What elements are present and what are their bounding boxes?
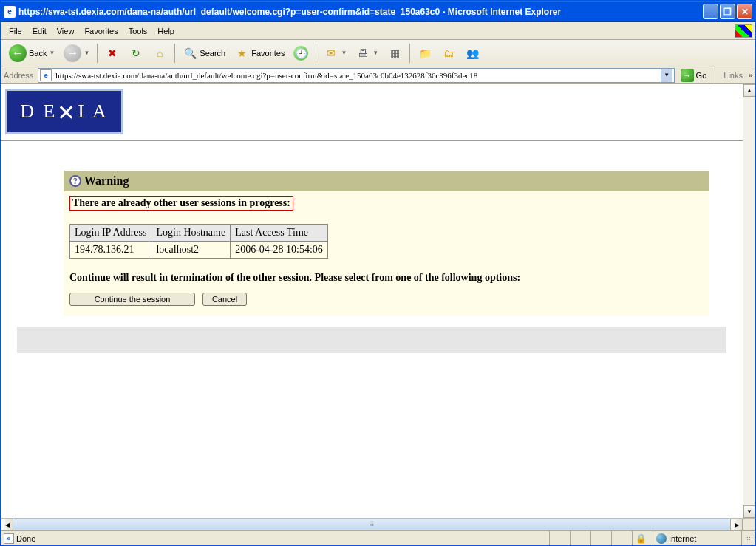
folders-button[interactable]: 🗂 xyxy=(437,44,460,63)
addressbar: Address e ▼ → Go Links » xyxy=(1,66,755,84)
cell-hostname: localhost2 xyxy=(151,242,231,259)
toolbar-separator xyxy=(316,44,316,63)
status-pane-3 xyxy=(591,531,612,545)
messenger-button[interactable]: 👥 xyxy=(461,44,483,63)
close-button[interactable]: ✕ xyxy=(737,4,752,19)
horizontal-scrollbar[interactable]: ◀ ⠿ ▶ xyxy=(1,518,755,530)
print-icon: 🖶 xyxy=(355,46,370,61)
stop-button[interactable]: ✖ xyxy=(101,44,123,63)
print-button[interactable]: 🖶 ▼ xyxy=(352,44,382,63)
resize-grip[interactable] xyxy=(742,531,755,545)
go-icon: → xyxy=(681,69,694,82)
links-chevron-icon[interactable]: » xyxy=(749,72,752,79)
search-icon: 🔍 xyxy=(183,46,197,61)
stop-icon: ✖ xyxy=(105,46,120,61)
continue-button[interactable]: Continue the session xyxy=(69,293,195,306)
content-area: D E ✕ I A ? Warning There are already ot… xyxy=(1,84,755,518)
logo-container: D E ✕ I A xyxy=(1,84,743,139)
warning-panel: ? Warning There are already other user s… xyxy=(64,171,709,316)
vertical-scrollbar[interactable]: ▲ ▼ xyxy=(743,84,755,518)
edit-button[interactable]: ▦ xyxy=(384,44,406,63)
toolbar-separator xyxy=(97,44,98,63)
maximize-button[interactable]: ❐ xyxy=(720,4,735,19)
go-button[interactable]: → Go xyxy=(678,68,710,83)
toolbar-separator xyxy=(409,44,410,63)
scroll-down-button[interactable]: ▼ xyxy=(743,505,755,518)
menu-favorites[interactable]: Favorites xyxy=(79,25,123,37)
divider xyxy=(1,140,743,141)
refresh-button[interactable]: ↻ xyxy=(125,44,147,63)
scroll-track[interactable] xyxy=(743,97,755,505)
browser-window: e https://swa-tst.dexia.com/dana-na/auth… xyxy=(0,0,756,546)
links-label[interactable]: Links xyxy=(721,71,746,80)
status-pane-4 xyxy=(612,531,633,545)
address-label: Address xyxy=(4,71,35,80)
folder-icon: 📁 xyxy=(418,46,432,61)
instruction-text: Continue will result in termination of t… xyxy=(69,272,704,284)
mail-button[interactable]: ✉ ▼ xyxy=(320,44,350,63)
col-time: Last Access Time xyxy=(231,225,328,242)
scroll-right-button[interactable]: ▶ xyxy=(730,519,743,530)
favorites-label: Favorites xyxy=(251,49,285,58)
forward-button[interactable]: → ▼ xyxy=(60,42,93,64)
status-security: 🔒 xyxy=(633,531,653,545)
back-button[interactable]: ← Back ▼ xyxy=(5,42,58,64)
cell-time: 2006-04-28 10:54:06 xyxy=(231,242,328,259)
refresh-icon: ↻ xyxy=(129,46,143,61)
page-icon: e xyxy=(4,533,14,544)
menu-help[interactable]: Help xyxy=(152,25,180,37)
addressbar-separator xyxy=(715,66,715,85)
home-icon: ⌂ xyxy=(152,46,167,61)
address-input-container[interactable]: e ▼ xyxy=(38,68,674,83)
footer-bar xyxy=(17,327,726,353)
scroll-up-button[interactable]: ▲ xyxy=(743,84,755,97)
table-header-row: Login IP Address Login Hostname Last Acc… xyxy=(70,225,328,242)
table-row: 194.78.136.21 localhost2 2006-04-28 10:5… xyxy=(70,242,328,259)
search-button[interactable]: 🔍 Search xyxy=(179,44,229,63)
page: D E ✕ I A ? Warning There are already ot… xyxy=(1,84,755,518)
go-label: Go xyxy=(696,71,707,80)
star-icon: ★ xyxy=(234,46,249,61)
status-pane-2 xyxy=(571,531,591,545)
cancel-button[interactable]: Cancel xyxy=(202,293,247,306)
minimize-button[interactable]: _ xyxy=(703,4,718,19)
status-zone: Internet xyxy=(653,531,742,545)
col-hostname: Login Hostname xyxy=(151,225,231,242)
menu-file[interactable]: File xyxy=(4,25,27,37)
status-main: e Done xyxy=(1,531,550,545)
address-input[interactable] xyxy=(54,70,660,81)
session-table: Login IP Address Login Hostname Last Acc… xyxy=(69,224,328,259)
dexia-logo: D E ✕ I A xyxy=(5,89,123,134)
print-dropdown-icon: ▼ xyxy=(372,50,378,56)
history-icon: 🕘 xyxy=(293,46,308,61)
search-label: Search xyxy=(200,49,225,58)
menu-edit[interactable]: Edit xyxy=(27,25,52,37)
menubar: File Edit View Favorites Tools Help xyxy=(1,22,755,40)
page-favicon: e xyxy=(40,69,52,81)
toolbar: ← Back ▼ → ▼ ✖ ↻ ⌂ 🔍 Search ★ Favorites … xyxy=(1,40,755,66)
address-dropdown-button[interactable]: ▼ xyxy=(661,69,672,82)
mail-dropdown-icon: ▼ xyxy=(341,50,347,56)
button-row: Continue the session Cancel xyxy=(69,293,704,306)
ie-icon: e xyxy=(4,6,16,18)
status-pane-1 xyxy=(550,531,571,545)
discuss-button[interactable]: 📁 xyxy=(414,44,436,63)
lock-icon: 🔒 xyxy=(636,533,647,544)
col-ip: Login IP Address xyxy=(70,225,151,242)
edit-icon: ▦ xyxy=(387,46,402,61)
menu-tools[interactable]: Tools xyxy=(123,25,153,37)
hscroll-track[interactable]: ⠿ xyxy=(13,519,730,530)
statusbar: e Done 🔒 Internet xyxy=(1,530,755,545)
scroll-corner xyxy=(743,519,755,530)
toolbar-separator xyxy=(174,44,175,63)
home-button[interactable]: ⌂ xyxy=(149,44,171,63)
history-button[interactable]: 🕘 xyxy=(290,44,312,63)
titlebar: e https://swa-tst.dexia.com/dana-na/auth… xyxy=(1,1,755,22)
windows-flag-icon xyxy=(735,24,752,38)
menu-view[interactable]: View xyxy=(52,25,80,37)
favorites-button[interactable]: ★ Favorites xyxy=(231,44,288,63)
forward-icon: → xyxy=(64,44,81,62)
back-icon: ← xyxy=(9,44,27,62)
scroll-left-button[interactable]: ◀ xyxy=(1,519,13,530)
status-text: Done xyxy=(16,534,35,543)
